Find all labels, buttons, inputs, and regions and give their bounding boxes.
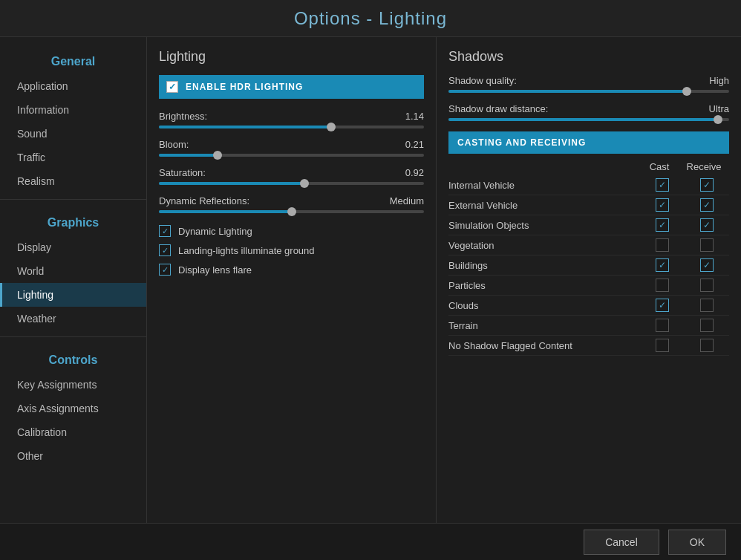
cancel-button[interactable]: Cancel <box>584 530 659 555</box>
saturation-slider-row: Saturation: 0.92 <box>159 167 424 185</box>
receive-checkbox[interactable] <box>700 299 714 312</box>
main-layout: General Application Information Sound Tr… <box>0 37 741 523</box>
receive-checkbox[interactable] <box>700 319 714 332</box>
receive-checkbox[interactable] <box>700 198 714 212</box>
casting-header: CASTING AND RECEIVING <box>448 131 729 154</box>
brightness-fill <box>159 126 331 128</box>
receive-cell <box>685 299 729 312</box>
brightness-value: 1.14 <box>405 111 424 122</box>
saturation-value: 0.92 <box>405 167 424 178</box>
table-row: Buildings <box>448 255 729 276</box>
sidebar-item-lighting[interactable]: Lighting <box>0 283 146 307</box>
dynamic-reflections-track[interactable] <box>159 210 424 213</box>
display-lens-flare-checkbox[interactable] <box>159 264 171 276</box>
cast-checkbox[interactable] <box>656 238 669 252</box>
table-row: External Vehicle <box>448 195 729 215</box>
cast-checkbox[interactable] <box>656 279 669 292</box>
shadow-quality-thumb[interactable] <box>682 87 691 96</box>
receive-cell <box>685 178 729 192</box>
sidebar-item-weather[interactable]: Weather <box>0 307 146 331</box>
shadow-quality-track[interactable] <box>448 90 729 93</box>
table-row: Clouds <box>448 296 729 316</box>
sidebar-item-key-assignments[interactable]: Key Assignments <box>0 373 146 397</box>
sidebar-item-other[interactable]: Other <box>0 444 146 468</box>
sidebar-item-application[interactable]: Application <box>0 74 146 98</box>
receive-checkbox[interactable] <box>700 238 714 252</box>
row-label: Particles <box>448 280 640 291</box>
cast-receive-header-row: Cast Receive <box>448 161 729 172</box>
cast-checkbox[interactable] <box>656 218 669 232</box>
dynamic-lighting-row[interactable]: Dynamic Lighting <box>159 225 424 237</box>
sidebar-item-axis-assignments[interactable]: Axis Assignments <box>0 397 146 420</box>
checkboxes-section: Dynamic Lighting Landing-lights illumina… <box>159 225 424 276</box>
row-label: Buildings <box>448 260 640 271</box>
hdr-label: ENABLE HDR LIGHTING <box>186 82 303 92</box>
cast-checkbox[interactable] <box>656 198 669 212</box>
bloom-thumb[interactable] <box>213 151 222 160</box>
saturation-fill <box>159 182 304 185</box>
receive-checkbox[interactable] <box>700 178 714 192</box>
sidebar-item-traffic[interactable]: Traffic <box>0 146 146 169</box>
cast-cell <box>640 339 685 352</box>
shadow-quality-label: Shadow quality: <box>448 75 517 86</box>
page-title: Options - Lighting <box>294 8 447 29</box>
bloom-value: 0.21 <box>405 139 424 150</box>
row-label: Clouds <box>448 300 640 311</box>
hdr-checkbox-row[interactable]: ENABLE HDR LIGHTING <box>159 75 424 99</box>
sidebar-item-calibration[interactable]: Calibration <box>0 420 146 444</box>
dynamic-lighting-checkbox[interactable] <box>159 225 171 237</box>
cast-checkbox[interactable] <box>656 258 669 272</box>
table-row: Particles <box>448 276 729 296</box>
cast-cell <box>640 238 685 252</box>
table-row: Internal Vehicle <box>448 175 729 195</box>
sidebar-item-information[interactable]: Information <box>0 98 146 122</box>
cast-checkbox[interactable] <box>656 319 669 332</box>
cast-checkbox[interactable] <box>656 178 669 192</box>
sidebar-item-world[interactable]: World <box>0 259 146 283</box>
dynamic-reflections-thumb[interactable] <box>287 207 296 216</box>
display-lens-flare-row[interactable]: Display lens flare <box>159 264 424 276</box>
shadow-draw-distance-slider-row: Shadow draw distance: Ultra <box>448 103 729 121</box>
shadow-quality-fill <box>448 90 687 93</box>
shadow-draw-distance-track[interactable] <box>448 118 729 121</box>
table-row: No Shadow Flagged Content <box>448 336 729 356</box>
brightness-track[interactable] <box>159 126 424 128</box>
landing-lights-row[interactable]: Landing-lights illuminate ground <box>159 244 424 256</box>
shadows-panel-title: Shadows <box>448 49 729 65</box>
cast-cell <box>640 258 685 272</box>
landing-lights-checkbox[interactable] <box>159 244 171 256</box>
table-row: Vegetation <box>448 235 729 255</box>
cast-checkbox[interactable] <box>656 339 669 352</box>
receive-cell <box>685 279 729 292</box>
row-label: Simulation Objects <box>448 220 640 231</box>
saturation-label: Saturation: <box>159 167 206 178</box>
brightness-label: Brightness: <box>159 111 207 122</box>
shadow-quality-value: High <box>709 75 729 86</box>
table-row: Simulation Objects <box>448 215 729 235</box>
ok-button[interactable]: OK <box>668 530 726 555</box>
bloom-slider-row: Bloom: 0.21 <box>159 139 424 157</box>
saturation-track[interactable] <box>159 182 424 185</box>
shadow-draw-distance-thumb[interactable] <box>714 115 722 124</box>
cast-checkbox[interactable] <box>656 299 669 312</box>
receive-checkbox[interactable] <box>700 218 714 232</box>
brightness-slider-row: Brightness: 1.14 <box>159 111 424 128</box>
bloom-fill <box>159 154 218 157</box>
receive-checkbox[interactable] <box>700 279 714 292</box>
saturation-thumb[interactable] <box>300 179 309 188</box>
row-label: Vegetation <box>448 240 640 251</box>
receive-col-header: Receive <box>682 161 726 172</box>
bloom-track[interactable] <box>159 154 424 157</box>
title-bar: Options - Lighting <box>0 0 741 37</box>
row-label: External Vehicle <box>448 200 640 211</box>
brightness-thumb[interactable] <box>327 123 336 131</box>
receive-checkbox[interactable] <box>700 339 714 352</box>
sidebar-item-realism[interactable]: Realism <box>0 169 146 193</box>
controls-section-title: Controls <box>0 343 146 373</box>
sidebar-item-display[interactable]: Display <box>0 235 146 259</box>
cast-cell <box>640 178 685 192</box>
hdr-checkbox[interactable] <box>166 81 178 93</box>
sidebar-item-sound[interactable]: Sound <box>0 122 146 146</box>
shadow-draw-distance-fill <box>448 118 718 121</box>
receive-checkbox[interactable] <box>700 258 714 272</box>
